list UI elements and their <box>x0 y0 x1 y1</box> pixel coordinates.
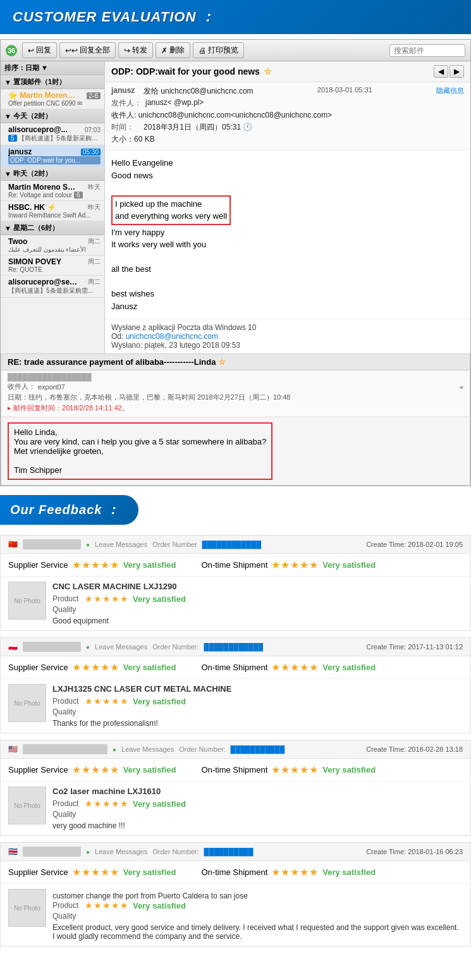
supplier-stars-1: ★★★★★ <box>72 559 119 571</box>
tue-2-preview: Re: QUOTE <box>8 266 101 273</box>
order-num-val-4: ██████████ <box>204 848 254 855</box>
supplier-stars-2: ★★★★★ <box>72 661 119 673</box>
product-photo-1: No Photo <box>8 582 46 620</box>
sidebar-item-pinned-1[interactable]: ⭐ Martin Moreno Sev... 2-6 Offer petitio… <box>1 89 104 109</box>
nav-prev-button[interactable]: ◀ <box>434 65 448 78</box>
yesterday-1-date: 昨天 <box>88 183 101 192</box>
feedback-card-1-stars: Supplier Service ★★★★★ Very satisfied On… <box>1 554 470 577</box>
print-icon: 🖨 <box>199 46 206 55</box>
delete-button[interactable]: ✗ 删除 <box>156 42 190 58</box>
body-line-2: Good news <box>111 169 464 182</box>
body-line-5: I'm very happy <box>111 226 464 239</box>
reply-button[interactable]: ↩ 回复 <box>22 42 57 58</box>
product-satisfied-1: Very satisfied <box>133 594 186 604</box>
star-icon: ☆ <box>264 66 272 77</box>
supplier-stars-3: ★★★★★ <box>72 764 119 776</box>
email2-line-3: Met vriendelijke groeten, <box>14 446 266 456</box>
date-label: 时间： <box>111 122 140 133</box>
feedback-card-3-header: 🇺🇸 ████████████ ● Leave Messages Order N… <box>1 740 470 759</box>
online-dot-2: ● <box>86 644 90 651</box>
sort-header: 排序：日期 ▼ <box>1 61 104 75</box>
tue-3-name: alisorucepro@serv... <box>8 278 78 286</box>
quality-label-1: Quality <box>52 605 81 614</box>
sidebar-item-today-1[interactable]: alisorucepro@... 07:03 5 【商机速递】5条最新采购需..… <box>1 123 104 145</box>
email-content-pane: ODP: ODP:wait for your good news ☆ ◀ ▶ j… <box>105 61 470 353</box>
order-num-label-2: Order Number: <box>152 643 199 651</box>
pinned-triangle: ▼ <box>4 78 11 86</box>
recipient-value: 收件人: unichcnc08@unichcnc.com<unichcnc08@… <box>111 110 332 121</box>
reply-icon: ↩ <box>28 46 34 55</box>
product-comment-2: Thanks for the professionalism! <box>52 719 463 728</box>
create-time-2: Create Time: 2017-11-13 01:12 <box>366 643 463 651</box>
forward-button[interactable]: ↪ 转发 <box>118 42 153 58</box>
quality-label-3: Quality <box>52 810 81 819</box>
buyer-name-2: ████████ <box>23 642 81 652</box>
product-label-1: Product <box>52 594 81 603</box>
sidebar-item-today-2[interactable]: janusz 05:30 ODP: ODP:wait for you... <box>1 145 104 167</box>
order-num-val-1: ████████████ <box>202 541 262 548</box>
body-line-7: all the best <box>111 263 464 276</box>
product-details-1: CNC LASER MACHINE LXJ1290 Product ★★★★★ … <box>52 582 463 625</box>
section-pinned: ▼ 置顶邮件（1封） <box>1 75 104 89</box>
supplier-satisfied-4: Very satisfied <box>123 867 176 877</box>
product-satisfied-3: Very satisfied <box>133 799 186 809</box>
section-tuesday: ▼ 星期二（6封） <box>1 221 104 235</box>
sidebar-item-tue-2[interactable]: SIMON POVEY 周二 Re: QUOTE <box>1 255 104 276</box>
product-stars-3: ★★★★★ <box>85 799 129 809</box>
buyer-name-4: ████████ <box>23 847 81 857</box>
ontime-stars-3: ★★★★★ <box>271 764 319 776</box>
feedback-card-2: 🇵🇱 ████████ ● Leave Messages Order Numbe… <box>0 637 471 733</box>
email-toolbar: 36 ↩ 回复 ↩↩ 回复全部 ↪ 转发 ✗ 删除 🖨 打印预览 <box>1 40 470 61</box>
tue-1-preview: الأعضاء يتقدمون للتعرف عليك <box>8 246 101 253</box>
reply-all-button[interactable]: ↩↩ 回复全部 <box>59 42 116 58</box>
ontime-satisfied-3: Very satisfied <box>322 765 376 775</box>
tue-2-name: SIMON POVEY <box>8 257 61 266</box>
email-main-layout: 排序：日期 ▼ ▼ 置顶邮件（1封） ⭐ Martin Moreno Sev..… <box>1 61 470 353</box>
sidebar-item-tue-3[interactable]: alisorucepro@serv... 周二 【商机速递】5条最新采购需... <box>1 276 104 298</box>
leave-msg-4[interactable]: Leave Messages <box>95 848 147 855</box>
email2-line-2: You are very kind, can i help you give a… <box>14 437 266 446</box>
leave-msg-1[interactable]: Leave Messages <box>95 541 147 548</box>
pinned-1-date: 2-6 <box>87 92 101 99</box>
search-input[interactable] <box>389 44 465 57</box>
od-link[interactable]: unichcnc08@unichcnc.com <box>126 332 218 341</box>
body-line-9: Janusz <box>111 300 464 313</box>
product-photo-2: No Photo <box>8 684 46 722</box>
today-1-name: alisorucepro@... <box>8 125 68 134</box>
feedback-banner: Our Feedback ： <box>0 495 138 525</box>
email1-footer: Wysłane z aplikacji Poczta dla Windows 1… <box>105 319 470 353</box>
email1-subject: ODP: ODP:wait for your good news <box>111 66 260 77</box>
header-banner: CUSTOMER EVALUATION ： <box>0 0 471 34</box>
email2-line-1: Hello Linda, <box>14 427 266 437</box>
product-stars-2: ★★★★★ <box>85 696 129 706</box>
feedback-card-2-stars: Supplier Service ★★★★★ Very satisfied On… <box>1 656 470 679</box>
sidebar-item-yesterday-2[interactable]: HSBC. HK ⚡ 昨天 Inward Remittance Swift Ad… <box>1 201 104 221</box>
leave-msg-3[interactable]: Leave Messages <box>121 745 174 753</box>
product-comment-4b: Excellent product, very good service and… <box>52 923 463 941</box>
product-stars-4: ★★★★★ <box>85 900 129 910</box>
email2-sender-blur: █████████████████ <box>8 373 92 381</box>
pinned-1-name: ⭐ Martin Moreno Sev... <box>8 91 78 100</box>
order-num-val-3: ███████████ <box>231 745 285 753</box>
product-label-2: Product <box>52 697 81 706</box>
pinned-1-preview: Offer petition CNC 6090 ✉ <box>8 100 101 107</box>
tue-1-name: Twoo <box>8 237 27 246</box>
reply-all-icon: ↩↩ <box>65 46 78 55</box>
leave-msg-2[interactable]: Leave Messages <box>95 643 147 651</box>
sidebar-item-yesterday-1[interactable]: Martin Moreno Se... 昨天 Re: Voltage and c… <box>1 181 104 201</box>
buyer-flag-1: 🇨🇳 <box>8 540 18 549</box>
hide-info-link[interactable]: 隐藏信息 <box>436 86 464 97</box>
print-button[interactable]: 🖨 打印预览 <box>193 42 244 58</box>
online-dot-1: ● <box>86 541 90 548</box>
today-1-date: 07:03 <box>85 126 101 133</box>
feedback-card-2-header: 🇵🇱 ████████ ● Leave Messages Order Numbe… <box>1 638 470 656</box>
ontime-label-4: On-time Shipment <box>201 867 267 877</box>
email1-body: Hello Evangeline Good news I picked up t… <box>105 150 470 319</box>
email2-received-label: ▸ <box>8 404 13 412</box>
email2-meta-line: 日期：纽约，布鲁塞尔，克本哈根，马德里，巴黎，斯马时间 2018年2月27日（周… <box>8 393 290 401</box>
online-dot-3: ● <box>113 746 116 753</box>
ontime-label-3: On-time Shipment <box>201 765 267 775</box>
nav-next-button[interactable]: ▶ <box>450 65 464 78</box>
feedback-card-2-product: No Photo LXJH1325 CNC LASER CUT METAL MA… <box>1 679 470 733</box>
sidebar-item-tue-1[interactable]: Twoo 周二 الأعضاء يتقدمون للتعرف عليك <box>1 235 104 255</box>
